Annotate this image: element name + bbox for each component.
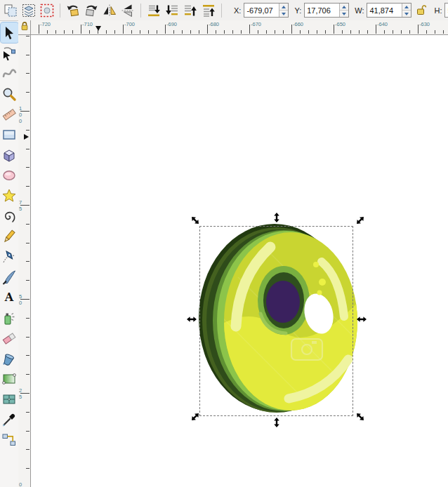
ruler-tick [26,261,29,262]
lock-ratio-toggle[interactable] [416,4,427,17]
tool-box3d[interactable] [1,145,18,165]
tool-node[interactable] [1,43,18,63]
w-value: 41,874 [367,4,402,17]
ruler-tick [241,30,242,34]
ruler-tick [317,30,317,34]
ruler-tick [443,30,444,34]
tool-measure[interactable] [1,104,18,124]
ruler-tick [26,186,29,187]
ruler-tick [26,374,29,375]
tool-select[interactable] [1,22,18,43]
ruler-tick [435,30,435,34]
x-field[interactable]: -679,07 [244,3,289,18]
canvas[interactable] [31,35,448,487]
tool-zoom[interactable] [1,84,18,104]
y-spin-down[interactable] [340,10,348,17]
vertical-ruler[interactable]: 1251007550250 [18,20,31,487]
tool-spiral[interactable] [1,206,18,226]
ruler-tick [199,30,199,34]
tool-star[interactable] [1,185,18,206]
tool-mesh[interactable] [1,389,18,409]
tool-pencil[interactable] [1,226,18,246]
tool-tweak[interactable] [1,63,18,84]
ruler-tick [26,36,29,36]
tool-text[interactable]: A [1,287,18,307]
flip-horizontal-icon [102,3,117,18]
ruler-tick [224,30,225,34]
ruler-tick [409,30,410,34]
lower-to-bottom-button[interactable] [145,1,163,20]
ruler-tick [140,30,140,34]
select-all-button[interactable] [1,1,20,20]
y-spin-up[interactable] [340,4,348,10]
h-ruler-position-marker [95,26,101,31]
ruler-tick [291,25,292,34]
ruler-corner[interactable] [18,20,31,35]
ruler-tick [300,30,301,34]
flip-vertical-icon [120,3,136,18]
spray-tool-icon [1,310,17,326]
text-tool-icon: A [5,291,13,304]
spin-up-icon [282,6,286,8]
v-ruler-label: 100 [19,105,23,124]
tool-rectangle[interactable] [1,124,18,145]
tool-paint-bucket[interactable] [1,348,18,368]
ruler-tick [26,149,29,149]
tool-spray[interactable] [1,307,18,328]
ruler-tick [55,30,56,34]
ruler-tick [26,130,29,131]
w-spin-down[interactable] [402,10,411,17]
rotate-ccw-icon [65,3,81,18]
ruler-tick [26,449,29,450]
ruler-tick [232,30,233,34]
w-field[interactable]: 41,874 [367,3,411,18]
horizontal-ruler[interactable]: -720-710-700-690-680-670-660-650-640-630… [31,20,448,35]
tool-eraser[interactable] [1,328,18,348]
y-label: Y: [294,6,301,15]
scale-handle-left[interactable] [187,314,197,324]
x-spin-up[interactable] [279,4,288,10]
gradient-tool-icon [1,371,17,387]
tool-calligraphy[interactable] [1,267,18,287]
deselect-button[interactable] [38,1,56,20]
ruler-tick [190,30,191,34]
flip-vertical-button[interactable] [119,1,137,20]
tool-pen[interactable] [1,246,18,267]
ruler-tick [426,30,427,34]
h-ruler-label: -670 [251,21,261,27]
tool-gradient[interactable] [1,368,18,389]
raise-button[interactable] [181,1,199,20]
raise-to-top-icon [201,3,216,18]
h-field[interactable]: 51,517 [444,3,448,18]
y-field[interactable]: 17,706 [304,3,349,18]
tool-connector[interactable] [1,429,18,450]
ruler-tick [26,224,29,225]
rotate-ccw-button[interactable] [64,1,82,20]
scale-handle-right[interactable] [357,314,367,324]
tool-ellipse[interactable] [1,165,18,185]
v-ruler-label: 25 [19,387,23,400]
scale-handle-bottom[interactable] [272,418,282,427]
tool-dropper[interactable] [1,409,18,429]
x-label: X: [234,6,241,15]
ruler-tick [131,30,132,34]
ruler-tick [26,280,29,281]
x-spin-down[interactable] [279,10,288,17]
raise-to-top-button[interactable] [199,1,218,20]
select-all-layers-button[interactable] [20,1,38,20]
ruler-tick [418,25,419,34]
lower-button[interactable] [163,1,181,20]
ruler-tick [249,25,250,34]
rotate-cw-button[interactable] [82,1,100,20]
w-spin-up[interactable] [402,4,411,10]
scale-handle-top[interactable] [272,213,282,222]
h-ruler-label: -690 [166,21,177,27]
ruler-tick [148,30,149,34]
ruler-tick [81,25,81,34]
select-all-icon [3,3,18,18]
flip-horizontal-button[interactable] [100,1,119,20]
eraser-tool-icon [1,331,17,346]
spiral-tool-icon [1,208,17,224]
ruler-tick [266,30,267,34]
v-ruler-label: 0 [19,481,23,487]
